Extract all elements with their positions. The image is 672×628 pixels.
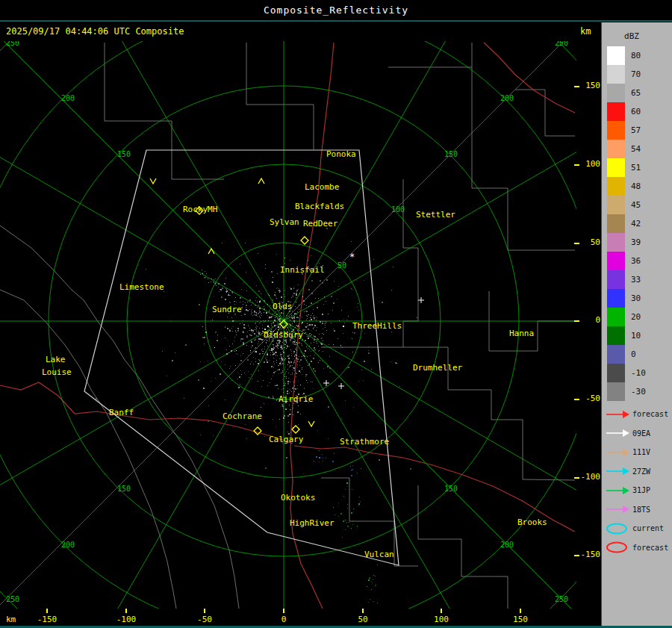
radar-echo bbox=[284, 340, 285, 341]
radar-echo bbox=[276, 296, 276, 296]
radar-echo bbox=[299, 370, 299, 371]
radar-echo bbox=[281, 389, 282, 390]
radar-echo bbox=[396, 363, 397, 364]
radar-echo bbox=[304, 353, 305, 354]
radar-echo bbox=[255, 305, 256, 306]
radar-echo bbox=[221, 296, 223, 298]
radar-echo bbox=[262, 328, 263, 329]
radar-echo bbox=[208, 282, 209, 283]
radar-echo bbox=[281, 346, 282, 348]
radar-echo bbox=[309, 363, 310, 364]
radar-echo bbox=[289, 367, 290, 367]
radar-echo bbox=[258, 313, 259, 314]
radar-echo bbox=[352, 352, 353, 352]
radar-echo bbox=[334, 331, 335, 332]
radar-echo bbox=[261, 339, 263, 341]
radar-echo bbox=[297, 364, 298, 365]
radar-echo bbox=[314, 461, 314, 461]
bottom-axis-label: 50 bbox=[348, 615, 378, 624]
legend-label: 111V bbox=[632, 448, 650, 456]
radar-echo bbox=[255, 347, 256, 348]
radar-echo bbox=[256, 328, 257, 329]
radar-echo bbox=[240, 355, 241, 356]
radar-echo bbox=[326, 301, 326, 302]
radar-echo bbox=[281, 364, 281, 365]
radar-echo bbox=[275, 371, 276, 372]
radar-echo bbox=[283, 408, 284, 408]
radar-echo bbox=[269, 310, 270, 311]
radar-echo bbox=[284, 296, 285, 297]
radar-echo bbox=[323, 334, 324, 335]
radar-echo bbox=[281, 313, 281, 314]
radar-echo bbox=[274, 320, 276, 321]
radar-echo bbox=[283, 313, 284, 314]
radar-echo bbox=[247, 302, 248, 302]
legend-item: forecast bbox=[605, 405, 668, 423]
radar-echo bbox=[317, 338, 318, 340]
radar-echo bbox=[293, 367, 293, 368]
radar-echo bbox=[215, 332, 217, 333]
radar-echo bbox=[296, 357, 297, 358]
radar-echo bbox=[255, 329, 255, 330]
radar-echo bbox=[306, 305, 307, 306]
radar-echo bbox=[279, 341, 281, 342]
radar-echo bbox=[162, 351, 163, 352]
radar-echo bbox=[298, 424, 299, 425]
radar-echo bbox=[258, 359, 259, 360]
radar-echo bbox=[308, 329, 309, 330]
radar-echo bbox=[314, 355, 315, 355]
radar-echo bbox=[296, 347, 296, 348]
radar-echo bbox=[206, 273, 207, 274]
radar-echo bbox=[321, 338, 322, 339]
legend-label: forecast bbox=[632, 544, 668, 552]
radar-echo bbox=[288, 373, 289, 373]
radar-echo bbox=[375, 585, 376, 586]
radar-echo bbox=[277, 347, 278, 348]
right-axis-tick bbox=[574, 320, 579, 322]
radar-echo bbox=[269, 360, 270, 361]
radar-echo bbox=[305, 350, 306, 352]
radar-echo bbox=[369, 577, 370, 579]
radar-echo bbox=[345, 489, 346, 490]
radar-echo bbox=[256, 313, 257, 314]
dbz-scale-value: 70 bbox=[631, 65, 641, 84]
range-label: 200 bbox=[500, 541, 514, 549]
radar-echo bbox=[230, 366, 231, 367]
radar-echo bbox=[305, 376, 306, 377]
radar-map[interactable]: 2502001502502001501005015020025015020025… bbox=[0, 41, 576, 609]
radar-echo bbox=[255, 323, 256, 323]
radar-window: Composite_Reflectivity 2025/09/17 04:44:… bbox=[0, 0, 672, 628]
radar-echo bbox=[281, 406, 281, 407]
radar-echo bbox=[313, 350, 314, 351]
radar-echo bbox=[299, 365, 300, 366]
radar-echo bbox=[379, 301, 379, 302]
radar-echo bbox=[265, 467, 267, 469]
radar-echo bbox=[245, 328, 246, 329]
radar-echo bbox=[331, 323, 332, 323]
radar-echo bbox=[184, 398, 184, 399]
radar-echo bbox=[146, 269, 146, 270]
radar-echo bbox=[303, 300, 305, 302]
radar-echo bbox=[241, 315, 242, 316]
radar-echo bbox=[361, 468, 361, 469]
radar-echo bbox=[250, 364, 251, 364]
radar-echo bbox=[251, 313, 252, 314]
radar-echo bbox=[338, 503, 339, 503]
radar-echo bbox=[312, 313, 313, 314]
radar-echo bbox=[215, 284, 216, 285]
radar-echo bbox=[239, 376, 240, 378]
radar-echo bbox=[271, 349, 273, 351]
radar-echo bbox=[255, 339, 256, 340]
dbz-scale-value: 60 bbox=[631, 102, 641, 121]
radar-echo bbox=[299, 361, 300, 362]
range-label: 250 bbox=[6, 595, 19, 603]
dbz-color-scale: 807065605754514845423936333020100-10-30 bbox=[607, 46, 672, 401]
radar-echo bbox=[269, 295, 270, 296]
radar-echo bbox=[257, 302, 258, 302]
radar-echo bbox=[276, 298, 277, 299]
radar-echo bbox=[273, 344, 273, 345]
radar-echo bbox=[333, 302, 335, 304]
radar-echo bbox=[313, 309, 314, 310]
radar-echo bbox=[212, 320, 213, 320]
radar-echo bbox=[264, 321, 265, 322]
